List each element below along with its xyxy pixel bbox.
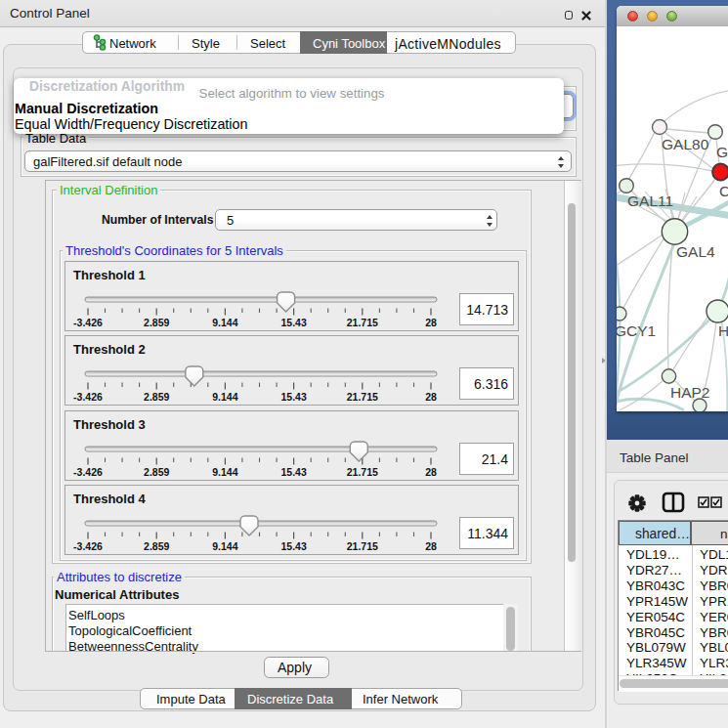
svg-text:C: C (719, 183, 728, 199)
svg-text:28: 28 (425, 391, 437, 403)
svg-text:21.715: 21.715 (347, 466, 378, 478)
svg-text:9.144: 9.144 (212, 540, 237, 552)
svg-text:-3.426: -3.426 (73, 466, 103, 478)
svg-text:-3.426: -3.426 (73, 317, 103, 328)
svg-text:-3.426: -3.426 (73, 540, 103, 552)
svg-text:2.859: 2.859 (144, 391, 169, 403)
svg-text:28: 28 (425, 317, 437, 328)
svg-text:28: 28 (425, 540, 437, 552)
svg-text:HAP2: HAP2 (670, 384, 710, 401)
svg-text:2.859: 2.859 (144, 540, 169, 552)
svg-text:21.715: 21.715 (347, 391, 378, 403)
svg-text:15.43: 15.43 (280, 317, 306, 328)
svg-text:GAL11: GAL11 (627, 193, 673, 209)
svg-text:15.43: 15.43 (280, 391, 306, 403)
svg-text:2.859: 2.859 (144, 317, 169, 328)
svg-text:15.43: 15.43 (280, 466, 306, 478)
svg-text:-3.426: -3.426 (73, 391, 103, 403)
svg-text:9.144: 9.144 (212, 466, 237, 478)
svg-text:GA: GA (716, 144, 728, 160)
svg-text:2.859: 2.859 (144, 466, 169, 478)
svg-text:9.144: 9.144 (212, 317, 237, 328)
svg-text:GAL80: GAL80 (662, 136, 709, 152)
svg-text:28: 28 (425, 466, 437, 478)
svg-text:15.43: 15.43 (280, 540, 306, 552)
svg-text:HI: HI (718, 322, 728, 339)
svg-text:GCY1: GCY1 (617, 322, 656, 339)
svg-text:21.715: 21.715 (347, 317, 378, 328)
svg-text:GAL4: GAL4 (676, 243, 715, 260)
svg-text:9.144: 9.144 (212, 391, 237, 403)
svg-text:21.715: 21.715 (347, 540, 378, 552)
